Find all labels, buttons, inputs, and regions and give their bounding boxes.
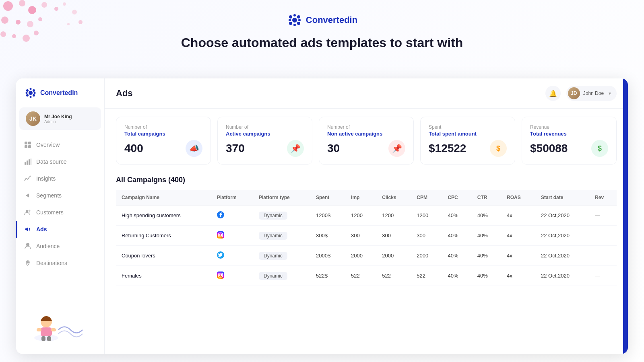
sidebar-item-customers[interactable]: Customers	[16, 204, 104, 221]
col-imp: Imp	[345, 190, 376, 206]
campaign-ctr: 40%	[472, 226, 501, 246]
svg-rect-35	[25, 142, 27, 144]
stat-icon: $	[591, 140, 608, 157]
stat-label-bottom: Total revenues	[530, 131, 608, 137]
overview-icon	[24, 141, 31, 148]
col-campaign-name: Campaign Name	[116, 190, 211, 206]
svg-rect-41	[29, 159, 30, 165]
sidebar-item-data-source[interactable]: Data source	[16, 153, 104, 170]
table-header-row: Campaign NamePlatformPlatform typeSpentI…	[116, 190, 617, 206]
table-row: Returning Customers Dynamic 300$ 300 300…	[116, 226, 617, 246]
avatar: JK	[26, 111, 40, 126]
svg-rect-52	[51, 328, 56, 331]
stat-cards: Number of Total campaigns 400 📣 Number o…	[116, 117, 617, 165]
sidebar-item-overview[interactable]: Overview	[16, 136, 104, 153]
nav-label-ads: Ads	[36, 226, 47, 232]
stat-label-group: Revenue Total revenues	[530, 124, 608, 137]
audience-icon	[24, 243, 31, 250]
svg-point-29	[26, 94, 29, 97]
stat-bottom: $12522 $	[429, 140, 507, 157]
campaign-type: Dynamic	[253, 246, 310, 266]
brand-logo-text: Convertedin	[306, 15, 357, 25]
campaign-cpm: 2000	[411, 246, 442, 266]
blue-accent-bar	[623, 78, 628, 354]
stat-card-4: Revenue Total revenues $50088 $	[522, 117, 617, 165]
sidebar-item-destinations[interactable]: Destinations	[16, 255, 104, 272]
table-section: All Campaigns (400) Campaign NamePlatfor…	[116, 176, 617, 286]
stat-value: 400	[124, 142, 143, 155]
campaign-type: Dynamic	[253, 226, 310, 246]
campaign-rev: —	[589, 266, 617, 286]
svg-point-18	[289, 15, 292, 19]
svg-point-30	[33, 94, 35, 97]
stat-bottom: 400 📣	[124, 140, 202, 157]
nav-label-insights: Insights	[36, 175, 56, 182]
campaign-imp: 522	[345, 266, 376, 286]
campaign-platform	[211, 206, 253, 226]
sidebar-logo-text: Convertedin	[40, 89, 78, 97]
campaign-imp: 1200	[345, 206, 376, 226]
svg-rect-42	[31, 158, 31, 165]
stat-label-top: Number of	[226, 124, 304, 130]
page-title: Ads	[116, 88, 133, 99]
svg-point-21	[297, 22, 300, 25]
campaign-platform	[211, 266, 253, 286]
type-badge: Dynamic	[259, 232, 287, 240]
campaign-ctr: 40%	[472, 246, 501, 266]
campaign-roas: 4x	[501, 226, 535, 246]
svg-point-25	[298, 19, 301, 21]
sidebar-item-segments[interactable]: Segments	[16, 187, 104, 204]
stat-bottom: $50088 $	[530, 140, 608, 157]
svg-rect-38	[28, 145, 31, 148]
user-avatar: JD	[568, 87, 580, 99]
stat-icon: 📌	[287, 140, 304, 157]
campaign-name: Coupon lovers	[116, 246, 211, 266]
sidebar-item-audience[interactable]: Audience	[16, 238, 104, 255]
stat-label-top: Number of	[124, 124, 202, 130]
svg-rect-61	[217, 272, 224, 279]
stat-icon: 📌	[388, 140, 405, 157]
col-spent: Spent	[310, 190, 345, 206]
campaign-cpm: 522	[411, 266, 442, 286]
campaign-name: Females	[116, 266, 211, 286]
stat-bottom: 370 📌	[226, 140, 304, 157]
sidebar-item-ads[interactable]: Ads	[16, 221, 104, 238]
nav-label-segments: Segments	[36, 192, 62, 199]
user-name: Mr Joe King	[44, 114, 95, 119]
campaign-platform	[211, 246, 253, 266]
campaign-start-date: 22 Oct,2020	[535, 226, 589, 246]
col-platform: Platform	[211, 190, 253, 206]
stat-label-bottom: Active campaigns	[226, 131, 304, 137]
user-badge[interactable]: JD John Doe ▼	[566, 86, 617, 101]
stat-label-bottom: Total spent amount	[429, 131, 507, 137]
sidebar-user: JK Mr Joe King Admin	[19, 107, 101, 130]
campaign-type: Dynamic	[253, 266, 310, 286]
stat-label-group: Number of Non active campaigns	[327, 124, 405, 137]
notification-button[interactable]: 🔔	[545, 86, 561, 101]
nav-label-overview: Overview	[36, 142, 60, 148]
svg-point-64	[222, 274, 223, 274]
chevron-down-icon: ▼	[608, 91, 612, 96]
campaign-name: Returning Customers	[116, 226, 211, 246]
sidebar-item-insights[interactable]: Insights	[16, 170, 104, 187]
col-clicks: Clicks	[376, 190, 411, 206]
sidebar-illustration	[16, 306, 104, 346]
stat-card-0: Number of Total campaigns 400 📣	[116, 117, 211, 165]
stat-label-top: Number of	[327, 124, 405, 130]
campaign-start-date: 22 Oct,2020	[535, 266, 589, 286]
svg-point-47	[27, 261, 29, 263]
stat-label-group: Number of Total campaigns	[124, 124, 202, 137]
user-initials: JK	[29, 115, 37, 122]
svg-rect-36	[28, 142, 31, 144]
svg-rect-56	[217, 231, 224, 239]
svg-rect-50	[41, 327, 52, 336]
svg-point-28	[33, 89, 35, 92]
svg-point-22	[293, 14, 296, 16]
stat-label-bottom: Non active campaigns	[327, 131, 405, 137]
svg-point-46	[26, 243, 29, 246]
customers-icon	[24, 209, 31, 216]
campaign-platform	[211, 226, 253, 246]
campaign-clicks: 522	[376, 266, 411, 286]
col-platform-type: Platform type	[253, 190, 310, 206]
svg-point-59	[222, 233, 223, 234]
